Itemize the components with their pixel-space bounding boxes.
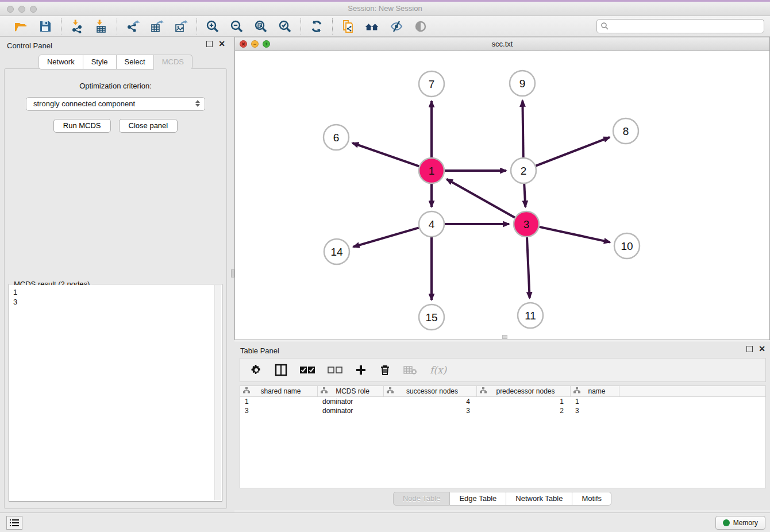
network-canvas[interactable]: 7968124314101511 (235, 51, 769, 340)
graph-edge-3-11[interactable] (527, 237, 530, 298)
graph-node-label-3: 3 (523, 218, 530, 230)
hierarchy-icon (573, 387, 580, 395)
close-table-panel-icon[interactable]: ✕ (759, 346, 765, 352)
cell-MCDS-role[interactable]: dominator (318, 397, 384, 406)
memory-button[interactable]: Memory (715, 516, 765, 530)
refresh-icon[interactable] (309, 19, 324, 34)
network-graph[interactable]: 7968124314101511 (235, 51, 769, 340)
open-session-icon[interactable] (14, 19, 29, 34)
column-header-successor-nodes[interactable]: successor nodes (384, 386, 477, 396)
run-mcds-button[interactable]: Run MCDS (53, 119, 111, 133)
graph-edge-4-14[interactable] (353, 228, 419, 246)
delete-column-icon[interactable] (379, 364, 391, 376)
network-window-title: scc.txt (235, 40, 769, 48)
export-image-icon[interactable] (174, 19, 188, 34)
optimization-criterion-label: Optimization criterion: (5, 82, 226, 90)
hierarchy-icon (243, 387, 250, 395)
control-tab-select[interactable]: Select (117, 55, 154, 70)
zoom-fit-icon[interactable] (253, 19, 268, 34)
home-networks-icon[interactable] (365, 19, 380, 34)
graph-node-label-14: 14 (330, 246, 343, 258)
hierarchy-icon (387, 387, 394, 395)
graph-edge-3-10[interactable] (539, 227, 610, 242)
graph-node-label-9: 9 (519, 78, 526, 90)
column-header-shared-name[interactable]: shared name (240, 386, 318, 396)
main-toolbar (0, 16, 770, 37)
cell-name[interactable]: 1 (571, 397, 619, 406)
status-bar: Memory (0, 512, 770, 532)
table-tab-node-table[interactable]: Node Table (393, 492, 451, 506)
graph-edge-2-9[interactable] (522, 101, 523, 157)
close-panel-icon[interactable]: ✕ (218, 41, 225, 47)
table-tab-motifs[interactable]: Motifs (572, 492, 611, 506)
table-header-row: shared nameMCDS rolesuccessor nodesprede… (240, 386, 765, 397)
result-scrollbar[interactable] (214, 285, 221, 500)
float-panel-icon[interactable] (206, 41, 213, 47)
memory-label: Memory (733, 519, 758, 527)
cell-shared-name[interactable]: 3 (240, 406, 318, 415)
cell-successor-nodes[interactable]: 4 (384, 397, 477, 406)
function-builder-icon[interactable]: f(x) (430, 364, 446, 376)
cell-successor-nodes[interactable]: 3 (384, 406, 477, 415)
column-header-name[interactable]: name (571, 386, 619, 396)
app-titlebar: Session: New Session (0, 2, 770, 16)
control-tab-network[interactable]: Network (38, 55, 83, 70)
table-panel: Table Panel ✕ f(x) shared nameMCDS rol (234, 342, 770, 510)
table-row[interactable]: 3dominator323 (240, 406, 765, 415)
graph-node-label-10: 10 (621, 240, 633, 252)
node-table: shared nameMCDS rolesuccessor nodesprede… (240, 385, 766, 488)
table-row[interactable]: 1dominator411 (240, 397, 765, 406)
show-details-icon[interactable] (413, 19, 428, 34)
deselect-all-columns-icon[interactable] (328, 366, 342, 374)
network-view-window: ✕ − + scc.txt 7968124314101511 (234, 37, 770, 340)
create-column-icon[interactable] (355, 364, 367, 376)
cell-predecessor-nodes[interactable]: 1 (477, 397, 571, 406)
graph-node-label-6: 6 (333, 132, 340, 144)
delete-table-icon[interactable] (403, 365, 417, 375)
search-box (596, 19, 764, 33)
save-session-icon[interactable] (38, 19, 53, 34)
select-all-columns-icon[interactable] (300, 366, 315, 374)
table-tab-network-table[interactable]: Network Table (506, 492, 572, 506)
graph-node-label-15: 15 (425, 311, 437, 323)
column-header-MCDS-role[interactable]: MCDS role (318, 386, 384, 396)
cell-MCDS-role[interactable]: dominator (318, 406, 384, 415)
optimization-criterion-select[interactable]: strongly connected component (26, 97, 205, 111)
zoom-selected-icon[interactable] (278, 19, 292, 34)
control-tab-mcds[interactable]: MCDS (154, 55, 192, 70)
import-network-icon[interactable] (70, 19, 84, 34)
graph-edge-3-1[interactable] (446, 179, 515, 218)
cell-predecessor-nodes[interactable]: 2 (477, 406, 571, 415)
cell-shared-name[interactable]: 1 (240, 397, 318, 406)
clone-network-icon[interactable] (341, 19, 356, 34)
search-input[interactable] (596, 19, 764, 33)
network-window-titlebar[interactable]: ✕ − + scc.txt (235, 37, 769, 51)
mcds-result-text[interactable]: 1 3 (10, 285, 214, 500)
graph-edge-1-6[interactable] (352, 143, 419, 167)
table-settings-gear-icon[interactable] (251, 364, 262, 376)
window-title: Session: New Session (0, 4, 770, 13)
selected-criterion-value: strongly connected component (33, 99, 135, 108)
zoom-in-icon[interactable] (205, 19, 220, 34)
column-header-predecessor-nodes[interactable]: predecessor nodes (477, 386, 571, 396)
cell-name[interactable]: 3 (571, 406, 619, 415)
select-chevrons-icon (195, 100, 200, 107)
task-history-icon[interactable] (6, 516, 22, 530)
graph-edge-2-8[interactable] (536, 137, 610, 166)
memory-status-icon (723, 519, 730, 526)
zoom-out-icon[interactable] (229, 19, 244, 34)
export-table-icon[interactable] (149, 19, 164, 34)
canvas-resize-grip[interactable] (502, 335, 507, 339)
table-toolbar: f(x) (240, 358, 766, 382)
import-table-icon[interactable] (94, 19, 109, 34)
control-tab-style[interactable]: Style (83, 55, 117, 70)
close-panel-button[interactable]: Close panel (119, 119, 178, 133)
column-selector-icon[interactable] (275, 364, 287, 376)
table-tab-edge-table[interactable]: Edge Table (450, 492, 506, 506)
float-table-panel-icon[interactable] (746, 346, 753, 352)
hide-graphics-icon[interactable] (389, 19, 404, 34)
table-tabs: Node TableEdge TableNetwork TableMotifs (234, 492, 770, 506)
hierarchy-icon (480, 387, 487, 395)
export-network-icon[interactable] (125, 19, 140, 34)
graph-edge-2-3[interactable] (524, 184, 525, 207)
